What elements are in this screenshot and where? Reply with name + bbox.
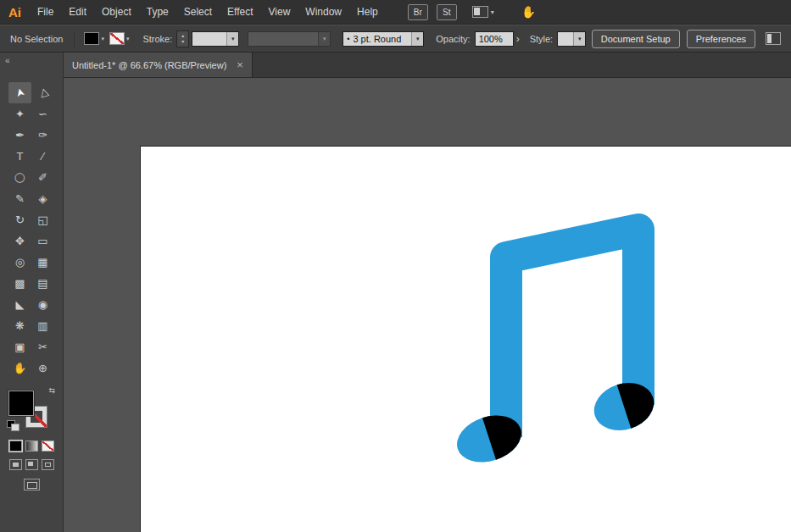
tool-grid: ➤ ▷ ✦ ∽ ✒ ✑ T ∕ ◯ ✐ ✎ ◈ ↻ ◱ ✥ ▭ ◎ ▦ ▩ ▤ …: [8, 82, 54, 379]
menu-type[interactable]: Type: [139, 0, 176, 25]
menu-edit[interactable]: Edit: [61, 0, 94, 25]
dropdown-arrow-icon: ▾: [318, 32, 330, 46]
brush-definition-value: 3 pt. Round: [353, 34, 401, 44]
drawing-modes-row: [9, 459, 54, 470]
stroke-caret-icon[interactable]: ▾: [126, 36, 130, 42]
close-tab-icon[interactable]: ×: [237, 59, 243, 70]
gradient-button[interactable]: [25, 441, 38, 452]
none-button[interactable]: [42, 441, 54, 452]
selection-tool-icon: ➤: [13, 86, 27, 98]
control-panel-menu-icon[interactable]: [766, 32, 781, 45]
curvature-tool[interactable]: ✑: [31, 125, 54, 146]
style-dropdown[interactable]: ▾: [557, 31, 586, 47]
pen-tool[interactable]: ✒: [8, 125, 31, 146]
line-segment-tool[interactable]: ∕: [31, 146, 54, 167]
direct-selection-tool-icon: ▷: [36, 87, 50, 99]
color-button[interactable]: [9, 441, 22, 452]
blend-tool[interactable]: ◉: [31, 294, 54, 315]
lasso-tool[interactable]: ∽: [31, 103, 54, 125]
scale-tool[interactable]: ◱: [31, 209, 54, 230]
dropdown-arrow-icon[interactable]: ▾: [411, 32, 423, 46]
ellipse-tool[interactable]: ◯: [8, 167, 31, 188]
stroke-weight-dropdown[interactable]: ▾: [192, 31, 239, 47]
rotate-tool[interactable]: ↻: [8, 209, 31, 230]
toolbar-header: «: [0, 53, 64, 78]
variable-width-dropdown: ▾: [248, 31, 331, 47]
stock-button[interactable]: St: [437, 4, 457, 20]
selection-tool[interactable]: ➤: [8, 82, 31, 103]
canvas[interactable]: [64, 78, 791, 532]
width-tool[interactable]: ✥: [8, 230, 31, 252]
zoom-tool[interactable]: ⊕: [31, 357, 54, 379]
dropdown-arrow-icon[interactable]: ▾: [226, 32, 238, 46]
document-tab-bar: Untitled-1* @ 66.67% (RGB/Preview) ×: [64, 53, 791, 78]
stroke-label: Stroke:: [142, 34, 172, 44]
mesh-tool[interactable]: ▩: [8, 273, 31, 294]
collapse-panel-icon[interactable]: «: [5, 56, 10, 65]
column-graph-tool[interactable]: ▥: [31, 315, 54, 336]
paint-style-row: [9, 441, 54, 452]
divider: [75, 30, 75, 47]
document-tab[interactable]: Untitled-1* @ 66.67% (RGB/Preview) ×: [64, 53, 253, 77]
touch-workspace-icon[interactable]: ✋: [521, 5, 536, 19]
symbol-sprayer-tool[interactable]: ❋: [8, 315, 31, 336]
shape-builder-tool[interactable]: ◎: [8, 252, 31, 273]
menu-select[interactable]: Select: [176, 0, 220, 25]
tab-row: « Untitled-1* @ 66.67% (RGB/Preview) ×: [0, 53, 791, 78]
selection-status: No Selection: [10, 34, 63, 44]
music-note-artwork[interactable]: [64, 78, 790, 532]
menu-window[interactable]: Window: [298, 0, 349, 25]
menu-view[interactable]: View: [261, 0, 298, 25]
default-fill-stroke-icon[interactable]: [7, 420, 21, 431]
stepper-up-icon[interactable]: ▴: [181, 33, 184, 39]
default-stroke-icon: [11, 424, 19, 431]
app-logo: Ai: [8, 5, 21, 19]
stroke-weight-stepper[interactable]: ▴ ▾: [176, 30, 189, 47]
fill-caret-icon[interactable]: ▾: [101, 36, 104, 42]
eyedropper-tool[interactable]: ◣: [8, 294, 31, 315]
opacity-value: 100%: [479, 34, 503, 44]
opacity-label: Opacity:: [436, 34, 470, 44]
opacity-flyout-icon[interactable]: ›: [516, 33, 520, 45]
magic-wand-tool[interactable]: ✦: [8, 103, 31, 125]
menu-bar: Ai File Edit Object Type Select Effect V…: [0, 0, 791, 25]
dropdown-arrow-icon[interactable]: ▾: [573, 32, 585, 46]
swap-fill-stroke-icon[interactable]: ⇆: [48, 386, 55, 395]
eraser-tool[interactable]: ◈: [31, 188, 54, 209]
brush-preview-icon: •: [347, 35, 349, 43]
arrange-documents-icon[interactable]: [472, 6, 488, 18]
menu-effect[interactable]: Effect: [220, 0, 260, 25]
main-area: ➤ ▷ ✦ ∽ ✒ ✑ T ∕ ◯ ✐ ✎ ◈ ↻ ◱ ✥ ▭ ◎ ▦ ▩ ▤ …: [0, 78, 791, 532]
free-transform-tool[interactable]: ▭: [31, 230, 54, 252]
gradient-tool[interactable]: ▤: [31, 273, 54, 294]
direct-selection-tool[interactable]: ▷: [31, 82, 54, 103]
artboard-tool[interactable]: ▣: [8, 336, 31, 357]
tools-panel: ➤ ▷ ✦ ∽ ✒ ✑ T ∕ ◯ ✐ ✎ ◈ ↻ ◱ ✥ ▭ ◎ ▦ ▩ ▤ …: [0, 78, 64, 532]
document-tab-title: Untitled-1* @ 66.67% (RGB/Preview): [72, 60, 226, 70]
opacity-input[interactable]: 100%: [475, 31, 514, 47]
screen-mode-button[interactable]: [24, 479, 40, 490]
control-bar: No Selection ▾ ▾ Stroke: ▴ ▾ ▾ ▾ • 3 pt.…: [0, 25, 791, 53]
bridge-button[interactable]: Br: [408, 4, 428, 20]
brush-definition-dropdown[interactable]: • 3 pt. Round ▾: [343, 31, 424, 47]
paintbrush-tool[interactable]: ✐: [31, 167, 54, 188]
draw-behind-button[interactable]: [25, 459, 38, 470]
type-tool[interactable]: T: [8, 146, 31, 167]
document-setup-button[interactable]: Document Setup: [592, 30, 680, 48]
hand-tool[interactable]: ✋: [8, 357, 31, 379]
menu-object[interactable]: Object: [94, 0, 139, 25]
arrange-documents-caret-icon[interactable]: ▾: [491, 8, 494, 16]
draw-inside-button[interactable]: [42, 459, 54, 470]
stepper-down-icon[interactable]: ▾: [181, 39, 184, 45]
pencil-tool[interactable]: ✎: [8, 188, 31, 209]
preferences-button[interactable]: Preferences: [687, 30, 755, 48]
style-label: Style:: [530, 34, 554, 44]
fill-color-swatch[interactable]: [84, 32, 99, 45]
draw-normal-button[interactable]: [9, 459, 22, 470]
stroke-color-swatch[interactable]: [109, 32, 125, 45]
perspective-grid-tool[interactable]: ▦: [31, 252, 54, 273]
menu-file[interactable]: File: [30, 0, 61, 25]
slice-tool[interactable]: ✂: [31, 336, 54, 357]
menu-help[interactable]: Help: [349, 0, 386, 25]
fill-swatch[interactable]: [8, 391, 34, 416]
